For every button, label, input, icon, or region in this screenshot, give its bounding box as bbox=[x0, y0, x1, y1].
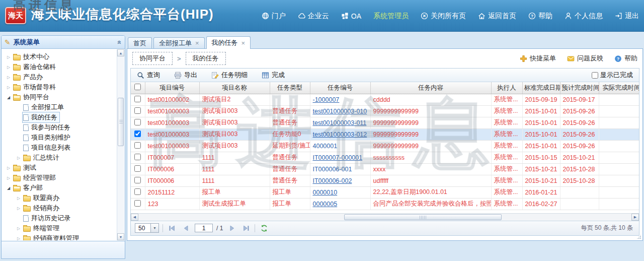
collapsed-icon[interactable]: ▷ bbox=[15, 196, 22, 201]
collapsed-icon[interactable]: ▷ bbox=[5, 75, 12, 80]
nav-logout[interactable]: 退出 bbox=[615, 12, 639, 21]
column-header-est-finish-time[interactable]: 预计完成时间 bbox=[560, 82, 599, 94]
row-checkbox[interactable] bbox=[134, 142, 141, 149]
nav-home[interactable]: 返回首页 bbox=[478, 12, 516, 21]
last-page-button[interactable] bbox=[240, 223, 251, 233]
table-row[interactable]: IT0000061111普通任务IT000006-001xxxx系统管...20… bbox=[131, 163, 639, 175]
row-checkbox[interactable] bbox=[134, 154, 141, 160]
tab-home[interactable]: 首页 bbox=[128, 37, 152, 48]
tree-item[interactable]: ▷技术中心 bbox=[2, 52, 117, 62]
table-row[interactable]: 20151112报工单报工单000001022,22,盖章日期1900.01.0… bbox=[131, 186, 639, 198]
show-completed-checkbox[interactable] bbox=[592, 72, 598, 79]
action-feedback[interactable]: 问题反映 bbox=[567, 54, 603, 63]
nav-profile[interactable]: 个人信息 bbox=[565, 12, 603, 21]
row-checkbox[interactable] bbox=[134, 177, 141, 183]
table-row[interactable]: test001000003测试项目003普通任务test001000003-01… bbox=[131, 105, 639, 117]
collapsed-icon[interactable]: ▷ bbox=[15, 236, 22, 241]
collapsed-icon[interactable]: ▷ bbox=[15, 226, 22, 231]
action-help[interactable]: ?帮助 bbox=[614, 54, 637, 63]
column-header-std-finish-date[interactable]: 标准完成日期 bbox=[522, 82, 560, 94]
tree-item[interactable]: 全部报工单 bbox=[2, 102, 117, 112]
table-row[interactable]: IT0000061111普通任务IT000006-002udfffff系统管..… bbox=[131, 175, 639, 186]
column-header-task-content[interactable]: 任务内容 bbox=[370, 82, 491, 94]
next-page-button[interactable] bbox=[226, 223, 237, 233]
tree-item[interactable]: ▷经销商资料管理 bbox=[2, 233, 117, 240]
page-number-input[interactable] bbox=[195, 224, 213, 232]
tree-item[interactable]: ▷联盟商办 bbox=[2, 193, 117, 203]
tree-item[interactable]: 我的任务 bbox=[2, 112, 117, 122]
cell-task-no[interactable]: IT000006-002 bbox=[310, 175, 370, 186]
cell-task-no[interactable]: test001000003-011 bbox=[310, 117, 370, 128]
tree-item[interactable]: ▷测试 bbox=[2, 163, 117, 173]
collapsed-icon[interactable]: ▷ bbox=[5, 65, 12, 70]
tree-item[interactable]: ▷市场督导科 bbox=[2, 82, 117, 92]
page-size-select[interactable]: 50 ▼ bbox=[135, 223, 159, 233]
collapsed-icon[interactable]: ▷ bbox=[15, 206, 22, 211]
table-row[interactable]: test001000002测试项目2-1000007cdddd系统管...201… bbox=[131, 94, 639, 105]
export-button[interactable]: 导出 bbox=[174, 71, 197, 80]
collapsed-icon[interactable]: ▷ bbox=[5, 176, 12, 180]
cell-task-no[interactable]: test001000003-012 bbox=[310, 128, 370, 140]
cell-task-no[interactable]: IT000007-000001 bbox=[310, 152, 370, 163]
row-checkbox[interactable] bbox=[134, 130, 141, 137]
tab-all-work-orders[interactable]: 全部报工单× bbox=[153, 37, 205, 48]
tree-item[interactable]: ◢客户部 bbox=[2, 183, 117, 193]
table-row[interactable]: 123测试生成报工单报工单0000005合同产品全部安装完成并验收合格后，按照合… bbox=[131, 198, 639, 210]
tree-item[interactable]: 拜访历史记录 bbox=[2, 213, 117, 223]
collapsed-icon[interactable]: ▷ bbox=[15, 156, 22, 160]
row-checkbox[interactable] bbox=[134, 200, 141, 207]
first-page-button[interactable] bbox=[167, 223, 177, 233]
tree-item[interactable]: ▷终端管理 bbox=[2, 223, 117, 233]
table-row[interactable]: test001000003测试项目003延期到货/施工...4000001999… bbox=[131, 140, 639, 152]
row-checkbox[interactable] bbox=[134, 165, 141, 172]
action-quick-menu[interactable]: 快捷菜单 bbox=[520, 54, 556, 63]
complete-button[interactable]: 完成 bbox=[262, 71, 285, 80]
tree-item[interactable]: 我参与的任务 bbox=[2, 122, 117, 133]
cell-task-no[interactable]: test001000003-010 bbox=[310, 105, 370, 117]
column-header-actual-finish-time[interactable]: 实际完成时间 bbox=[599, 82, 639, 94]
tree-item[interactable]: ▷汇总统计 bbox=[2, 153, 117, 163]
nav-portal[interactable]: 门户 bbox=[262, 12, 286, 21]
column-header-executor[interactable]: 执行人 bbox=[491, 82, 522, 94]
breadcrumb-item[interactable]: 我的任务 bbox=[186, 52, 226, 65]
chevron-down-icon[interactable]: ▼ bbox=[150, 224, 158, 232]
breadcrumb-item[interactable]: 协同平台 bbox=[132, 52, 173, 65]
row-checkbox[interactable] bbox=[134, 188, 141, 195]
collapsed-icon[interactable]: ▷ bbox=[5, 85, 12, 90]
row-checkbox[interactable] bbox=[134, 119, 141, 125]
row-checkbox[interactable] bbox=[134, 96, 141, 102]
refresh-icon[interactable] bbox=[259, 223, 269, 233]
tree-item[interactable]: ▷酱油仓储科 bbox=[2, 62, 117, 72]
close-icon[interactable]: × bbox=[195, 39, 199, 47]
column-header-task-no[interactable]: 任务编号 bbox=[310, 82, 370, 94]
expanded-icon[interactable]: ◢ bbox=[5, 95, 12, 100]
cell-task-no[interactable]: -1000007 bbox=[310, 94, 370, 105]
tree-item[interactable]: ▷产品办 bbox=[2, 72, 117, 82]
tree-item[interactable]: 项目类别维护 bbox=[2, 133, 117, 143]
tab-my-tasks[interactable]: 我的任务× bbox=[206, 36, 251, 49]
tree-item[interactable]: ▷经营管理部 bbox=[2, 173, 117, 183]
select-all-checkbox[interactable] bbox=[134, 84, 141, 90]
horizontal-scrollbar[interactable]: ◀ ▶ bbox=[131, 213, 639, 221]
table-row[interactable]: test001000003测试项目003普通任务test001000003-01… bbox=[131, 117, 639, 128]
sidebar-scroll-thumb[interactable] bbox=[118, 98, 124, 146]
column-header-project-name[interactable]: 项目名称 bbox=[199, 82, 270, 94]
sidebar-collapse-icon[interactable]: « bbox=[116, 40, 124, 44]
column-header-task-type[interactable]: 任务类型 bbox=[270, 82, 310, 94]
cell-task-no[interactable]: 0000005 bbox=[310, 198, 370, 210]
scroll-right-icon[interactable]: ▶ bbox=[631, 214, 639, 221]
nav-help[interactable]: ?帮助 bbox=[528, 12, 552, 21]
column-header-project-no[interactable]: 项目编号 bbox=[145, 82, 199, 94]
scroll-left-icon[interactable]: ◀ bbox=[131, 214, 138, 221]
scroll-up-icon[interactable]: ▲ bbox=[117, 49, 124, 56]
table-row[interactable]: IT0000071111普通任务IT000007-000001sssssssss… bbox=[131, 152, 639, 163]
nav-cloud[interactable]: 企业云 bbox=[298, 12, 329, 21]
tree-item[interactable]: ◢协同平台 bbox=[2, 92, 117, 102]
sidebar-scrollbar[interactable]: ▲ ▼ bbox=[117, 49, 124, 240]
horizontal-scroll-thumb[interactable] bbox=[344, 214, 502, 220]
expanded-icon[interactable]: ◢ bbox=[5, 186, 12, 190]
nav-admin[interactable]: 系统管理员 bbox=[373, 12, 409, 21]
search-button[interactable]: 查询 bbox=[137, 71, 160, 80]
cell-task-no[interactable]: 0000010 bbox=[310, 186, 370, 198]
row-checkbox[interactable] bbox=[134, 107, 141, 114]
